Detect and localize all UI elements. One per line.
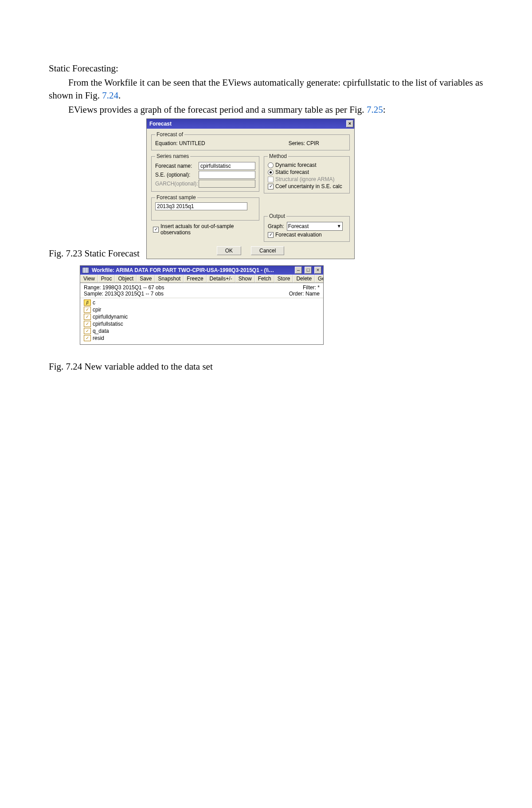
- legend-forecast-sample: Forecast sample: [155, 194, 197, 201]
- dynamic-forecast-label: Dynamic forecast: [275, 162, 317, 168]
- checkbox-forecast-evaluation[interactable]: Forecast evaluation: [268, 232, 346, 238]
- dialog-titlebar: Forecast ×: [147, 119, 354, 129]
- forecast-name-input[interactable]: [199, 162, 255, 170]
- workfile-titlebar: Workfile: ARIMA DATA FOR PART TWO-CPIR-U…: [80, 266, 323, 275]
- workfile-title: Workfile: ARIMA DATA FOR PART TWO-CPIR-U…: [92, 267, 292, 273]
- toolbar-details[interactable]: Details+/-: [207, 275, 235, 283]
- legend-forecast-of: Forecast of: [155, 131, 184, 138]
- toolbar-fetch[interactable]: Fetch: [255, 275, 274, 283]
- coef-object-icon: β: [84, 300, 91, 306]
- sample-label: Sample: 2013Q3 2015Q1 -- 7 obs: [84, 291, 164, 297]
- close-icon[interactable]: ×: [314, 267, 321, 274]
- paragraph-graph-note: EViews provides a graph of the forecast …: [49, 103, 488, 116]
- toolbar-freeze[interactable]: Freeze: [184, 275, 206, 283]
- list-item-label: cpirfulldynamic: [93, 313, 128, 320]
- structural-label: Structural (ignore ARMA): [275, 176, 334, 182]
- list-item[interactable]: ✓cpirfullstatisc: [84, 320, 320, 327]
- group-forecast-of: Forecast of Equation: UNTITLED Series: C…: [151, 131, 350, 150]
- radio-dynamic-forecast[interactable]: Dynamic forecast: [268, 162, 346, 168]
- series-object-icon: ✓: [84, 314, 91, 320]
- dialog-title: Forecast: [149, 121, 172, 127]
- toolbar-snapshot[interactable]: Snapshot: [155, 275, 184, 283]
- checkbox-coef-uncertainty[interactable]: Coef uncertainty in S.E. calc: [268, 183, 346, 189]
- checkbox-structural[interactable]: Structural (ignore ARMA): [268, 176, 346, 182]
- figure-caption-7-23: Fig. 7.23 Static Forecast: [49, 248, 140, 259]
- close-icon[interactable]: ×: [346, 120, 353, 127]
- check-icon: [268, 184, 274, 189]
- figure-caption-7-24: Fig. 7.24 New variable added to the data…: [49, 360, 488, 373]
- forecast-sample-input[interactable]: [155, 202, 247, 210]
- list-item-label: c: [93, 299, 95, 306]
- toolbar-save[interactable]: Save: [137, 275, 155, 283]
- series-object-icon: ✓: [84, 307, 91, 313]
- figure-link-7-24[interactable]: 7.24: [102, 90, 118, 101]
- toolbar-genr[interactable]: Genr: [315, 275, 323, 283]
- group-output: Output Graph: Forecast ▼ Forecast evalua…: [264, 213, 350, 242]
- check-icon: [268, 177, 274, 182]
- list-item[interactable]: ✓q_data: [84, 327, 320, 335]
- equation-label: Equation: UNTITLED: [155, 140, 205, 146]
- order-label: Order: Name: [289, 291, 320, 297]
- list-item[interactable]: ✓cpirfulldynamic: [84, 313, 320, 320]
- forecast-name-label: Forecast name:: [155, 163, 196, 169]
- se-input[interactable]: [199, 171, 255, 179]
- workfile-toolbar: View Proc Object Save Snapshot Freeze De…: [80, 275, 323, 283]
- toolbar-show[interactable]: Show: [235, 275, 255, 283]
- list-item-label: resid: [93, 335, 104, 342]
- forecast-dialog: Forecast × Forecast of Equation: UNTITLE…: [146, 118, 355, 259]
- toolbar-view[interactable]: View: [80, 275, 98, 283]
- radio-icon: [268, 169, 274, 175]
- static-forecast-label: Static forecast: [275, 169, 309, 175]
- para2-text-b: .: [118, 90, 121, 101]
- series-object-icon: ✓: [84, 321, 91, 327]
- graph-select-value: Forecast: [288, 223, 309, 229]
- toolbar-object[interactable]: Object: [115, 275, 137, 283]
- filter-label: Filter: *: [289, 284, 320, 291]
- toolbar-store[interactable]: Store: [274, 275, 293, 283]
- insert-actuals-label: Insert actuals for out-of-sample observa…: [160, 223, 245, 236]
- toolbar-proc[interactable]: Proc: [98, 275, 115, 283]
- legend-method: Method: [268, 153, 288, 159]
- figure-link-7-25[interactable]: 7.25: [367, 104, 383, 115]
- series-object-icon: ✓: [84, 335, 91, 341]
- check-icon: [268, 232, 274, 238]
- paragraph-workfile-note: From the Workfile it can be seen that th…: [49, 76, 488, 102]
- group-method: Method Dynamic forecast Static forecast …: [264, 153, 350, 193]
- group-forecast-sample: Forecast sample: [151, 194, 259, 221]
- list-item-label: cpir: [93, 306, 101, 313]
- group-series-names: Series names Forecast name: S.E. (option…: [151, 153, 259, 192]
- chevron-down-icon: ▼: [337, 224, 341, 229]
- list-item-label: q_data: [93, 327, 109, 335]
- maximize-icon[interactable]: □: [305, 267, 312, 274]
- radio-icon: [268, 162, 274, 168]
- series-object-icon: ✓: [84, 328, 91, 334]
- workfile-variable-list: βc ✓cpir ✓cpirfulldynamic ✓cpirfullstati…: [80, 298, 323, 344]
- check-icon: [153, 227, 159, 233]
- range-label: Range: 1998Q3 2015Q1 -- 67 obs: [84, 284, 164, 291]
- radio-static-forecast[interactable]: Static forecast: [268, 169, 346, 175]
- garch-label: GARCH(optional):: [155, 181, 196, 187]
- workfile-window: Workfile: ARIMA DATA FOR PART TWO-CPIR-U…: [80, 265, 324, 345]
- garch-input: [199, 180, 255, 188]
- se-label: S.E. (optional):: [155, 172, 196, 178]
- graph-select[interactable]: Forecast ▼: [287, 222, 343, 231]
- list-item[interactable]: βc: [84, 299, 320, 306]
- ok-button[interactable]: OK: [217, 246, 241, 255]
- toolbar-delete[interactable]: Delete: [293, 275, 315, 283]
- list-item[interactable]: ✓resid: [84, 335, 320, 342]
- graph-label: Graph:: [268, 223, 284, 229]
- workfile-icon: [82, 267, 89, 273]
- para3-text-b: :: [383, 104, 386, 115]
- legend-series-names: Series names: [155, 153, 190, 159]
- forecast-eval-label: Forecast evaluation: [275, 232, 322, 238]
- list-item-label: cpirfullstatisc: [93, 320, 123, 327]
- coef-label: Coef uncertainty in S.E. calc: [275, 183, 342, 189]
- series-label: Series: CPIR: [289, 140, 319, 146]
- list-item[interactable]: ✓cpir: [84, 306, 320, 313]
- minimize-icon[interactable]: –: [295, 267, 302, 274]
- cancel-button[interactable]: Cancel: [251, 246, 284, 255]
- insert-actuals-checkbox[interactable]: Insert actuals for out-of-sample observa…: [153, 223, 259, 236]
- legend-output: Output: [268, 213, 286, 219]
- paragraph-static-forecasting: Static Forecasting:: [49, 62, 488, 75]
- para3-text-a: EViews provides a graph of the forecast …: [68, 104, 367, 115]
